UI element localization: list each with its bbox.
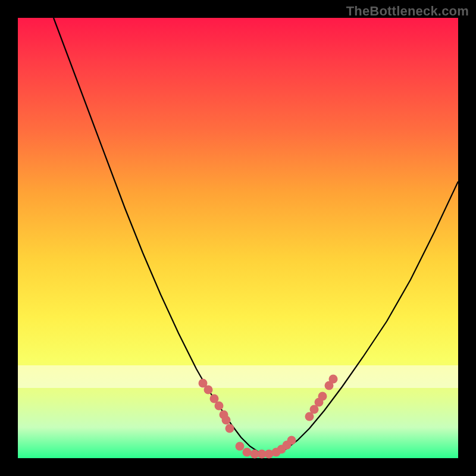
marker-group xyxy=(199,375,338,459)
data-marker xyxy=(226,424,234,433)
data-marker xyxy=(236,442,245,451)
data-marker xyxy=(287,436,296,445)
data-marker xyxy=(318,392,327,401)
watermark-text: TheBottleneck.com xyxy=(346,4,469,19)
data-marker xyxy=(222,416,231,425)
data-marker xyxy=(243,448,252,457)
data-marker xyxy=(215,402,224,411)
curve-line xyxy=(54,18,458,454)
chart-svg xyxy=(18,18,458,458)
data-marker xyxy=(204,386,213,394)
data-marker xyxy=(329,375,338,384)
